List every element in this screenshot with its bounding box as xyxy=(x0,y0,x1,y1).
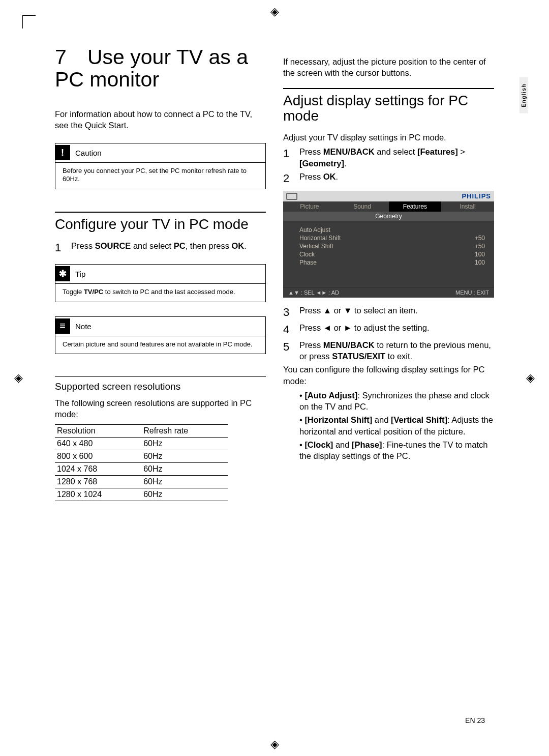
menu-foot-left: ▲▼ : SEL ◄► : AD xyxy=(288,289,339,296)
menu-row: Horizontal Shift+50 xyxy=(299,234,485,242)
note-callout: ≡ Note Certain picture and sound feature… xyxy=(55,316,266,354)
page-footer: EN 23 xyxy=(465,716,485,724)
menu-foot-right: MENU : EXIT xyxy=(455,289,489,296)
note-label: Note xyxy=(75,322,92,331)
menu-row: Phase100 xyxy=(299,258,485,267)
col-resolution: Resolution xyxy=(55,424,141,437)
tip-callout: ✱ Tip Toggle TV/PC to switch to PC and t… xyxy=(55,264,266,302)
adjust-lead: Adjust your TV display settings in PC mo… xyxy=(283,132,494,143)
table-row: 1280 x 76860Hz xyxy=(55,475,228,488)
resolutions-table: Resolution Refresh rate 640 x 48060Hz800… xyxy=(55,424,228,501)
menu-tab: Install xyxy=(441,201,494,212)
page-title: 7Use your TV as a PC monitor xyxy=(55,46,266,91)
caution-icon: ! xyxy=(55,145,70,160)
tv-icon xyxy=(286,193,297,200)
caution-label: Caution xyxy=(75,149,102,157)
brand-label: PHILIPS xyxy=(462,192,491,200)
right-column: If necessary, adjust the picture positio… xyxy=(283,46,494,501)
tip-label: Tip xyxy=(75,270,85,278)
step-number: 4 xyxy=(283,322,292,337)
adjust-step-2: 2 Press OK. xyxy=(283,171,494,186)
adjust-step-4: 4 Press ◄ or ► to adjust the setting. xyxy=(283,322,494,337)
tip-body: Toggle TV/PC to switch to PC and the las… xyxy=(55,283,265,301)
osd-menu-screenshot: PHILIPS PictureSoundFeaturesInstall Geom… xyxy=(283,191,494,298)
settings-bullets: [Auto Adjust]: Synchronizes the phase an… xyxy=(299,390,494,462)
resolutions-intro: The following screen resolutions are sup… xyxy=(55,397,266,420)
adjust-after: You can conﬁgure the following display s… xyxy=(283,364,494,387)
bullet-clock-phase: [Clock] and [Phase]: Fine-tunes the TV t… xyxy=(299,439,494,462)
left-column: 7Use your TV as a PC monitor For informa… xyxy=(55,46,266,501)
bullet-auto-adjust: [Auto Adjust]: Synchronizes the phase an… xyxy=(299,390,494,413)
resolutions-heading: Supported screen resolutions xyxy=(55,376,266,392)
configure-step-1: 1 Press SOURCE and select PC, then press… xyxy=(55,240,266,255)
table-row: 1280 x 102460Hz xyxy=(55,488,228,501)
step-number: 1 xyxy=(55,240,64,255)
configure-heading: Conﬁgure your TV in PC mode xyxy=(55,212,266,232)
adjust-heading: Adjust display settings for PC mode xyxy=(283,88,494,124)
col-refresh: Refresh rate xyxy=(141,424,228,437)
adjust-step-3: 3 Press ▲ or ▼ to select an item. xyxy=(283,305,494,320)
bullet-shift: [Horizontal Shift] and [Vertical Shift]:… xyxy=(299,414,494,437)
step-number: 1 xyxy=(283,146,292,169)
menu-row: Auto Adjust xyxy=(299,226,485,234)
adjust-step-5: 5 Press MENU/BACK to return to the previ… xyxy=(283,339,494,362)
table-row: 800 x 60060Hz xyxy=(55,450,228,462)
step-number: 3 xyxy=(283,305,292,320)
adjust-step-1: 1 Press MENU/BACK and select [Features] … xyxy=(283,146,494,169)
caution-body: Before you connect your PC, set the PC m… xyxy=(55,162,265,189)
menu-subheader: Geometry xyxy=(283,212,494,221)
menu-row: Clock100 xyxy=(299,250,485,258)
table-row: 1024 x 76860Hz xyxy=(55,462,228,475)
tip-icon: ✱ xyxy=(55,266,70,281)
menu-tab: Features xyxy=(389,201,442,212)
caution-callout: ! Caution Before you connect your PC, se… xyxy=(55,143,266,189)
table-row: 640 x 48060Hz xyxy=(55,437,228,450)
step-number: 5 xyxy=(283,339,292,362)
step-number: 2 xyxy=(283,171,292,186)
menu-tab: Sound xyxy=(336,201,389,212)
note-body: Certain picture and sound features are n… xyxy=(55,336,265,354)
menu-tab: Picture xyxy=(283,201,336,212)
intro-text: For information about how to connect a P… xyxy=(55,108,266,131)
note-icon: ≡ xyxy=(55,318,70,334)
menu-row: Vertical Shift+50 xyxy=(299,242,485,250)
right-intro: If necessary, adjust the picture positio… xyxy=(283,56,494,79)
chapter-number: 7 xyxy=(55,46,87,68)
